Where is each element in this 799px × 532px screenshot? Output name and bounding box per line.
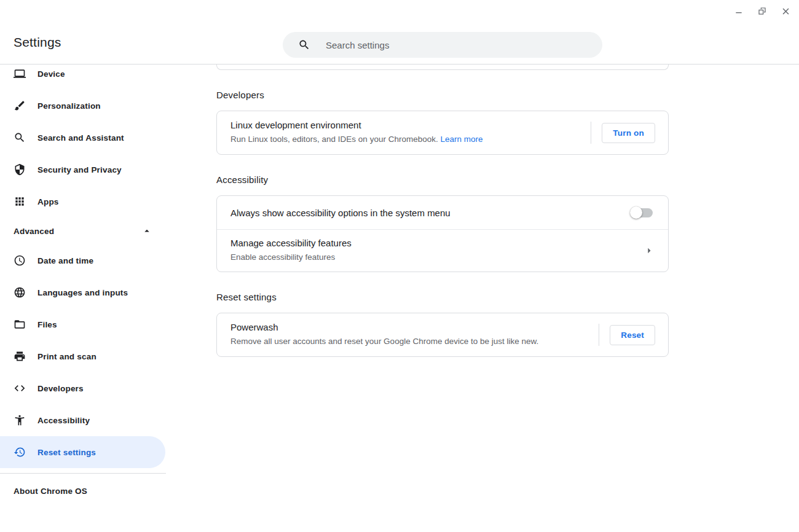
laptop-icon (14, 68, 26, 80)
developers-card: Linux development environment Run Linux … (216, 111, 669, 155)
linux-dev-description: Run Linux tools, editors, and IDEs on yo… (230, 135, 438, 144)
sidebar-item-search-assistant[interactable]: Search and Assistant (0, 122, 166, 154)
section-heading-reset-settings: Reset settings (216, 292, 669, 302)
turn-on-button[interactable]: Turn on (602, 123, 655, 143)
sidebar-item-security-privacy[interactable]: Security and Privacy (0, 154, 166, 186)
subpage-arrow-icon (643, 244, 655, 257)
folder-icon (14, 318, 26, 331)
reset-settings-card: Powerwash Remove all user accounts and r… (216, 313, 669, 357)
search-bar[interactable] (283, 32, 602, 58)
shield-icon (14, 163, 26, 176)
sidebar-item-label: Apps (37, 197, 59, 206)
accessibility-card: Always show accessibility options in the… (216, 195, 669, 272)
powerwash-title: Powerwash (230, 322, 599, 332)
page-title: Settings (14, 35, 61, 50)
row-separator (591, 122, 591, 144)
linux-dev-row: Linux development environment Run Linux … (217, 111, 668, 154)
chevron-up-icon (141, 225, 152, 237)
sidebar-item-label: Print and scan (37, 352, 96, 361)
code-icon (14, 382, 26, 394)
sidebar-item-about-chrome-os[interactable]: About Chrome OS (0, 474, 166, 508)
powerwash-description: Remove all user accounts and reset your … (230, 336, 599, 347)
manage-accessibility-title: Manage accessibility features (230, 238, 643, 248)
sidebar-item-label: Security and Privacy (37, 165, 122, 174)
brush-icon (14, 100, 26, 112)
learn-more-link[interactable]: Learn more (440, 135, 482, 144)
sidebar-item-label: Device (37, 69, 65, 79)
sidebar-item-personalization[interactable]: Personalization (0, 90, 166, 122)
sidebar-advanced-toggle[interactable]: Advanced (0, 217, 166, 244)
sidebar-item-label: Languages and inputs (37, 288, 128, 297)
row-separator (599, 324, 599, 346)
linux-dev-title: Linux development environment (230, 120, 591, 130)
sidebar-item-label: Personalization (37, 101, 101, 111)
header: Settings (0, 0, 799, 65)
sidebar-item-label: Reset settings (37, 448, 96, 457)
accessibility-icon (14, 414, 26, 426)
restore-window-button[interactable] (754, 2, 771, 20)
sidebar-item-label: Date and time (37, 256, 93, 265)
printer-icon (14, 350, 26, 362)
powerwash-row: Powerwash Remove all user accounts and r… (217, 313, 668, 356)
search-icon (14, 131, 26, 144)
sidebar-item-files[interactable]: Files (0, 308, 166, 340)
sidebar-item-label: Search and Assistant (37, 133, 124, 143)
scrolled-card-bottom (216, 65, 669, 70)
section-heading-developers: Developers (216, 90, 669, 100)
restore-icon (14, 446, 26, 458)
about-label: About Chrome OS (14, 487, 87, 496)
section-heading-accessibility: Accessibility (216, 174, 669, 185)
globe-icon (14, 286, 26, 299)
sidebar-item-label: Developers (37, 384, 84, 393)
sidebar-item-label: Accessibility (37, 416, 90, 425)
advanced-label: Advanced (14, 227, 54, 236)
sidebar: Device Personalization Search and Assist… (0, 65, 166, 532)
sidebar-item-accessibility[interactable]: Accessibility (0, 404, 166, 436)
always-show-accessibility-label: Always show accessibility options in the… (230, 208, 451, 218)
search-icon (298, 39, 310, 51)
manage-accessibility-row[interactable]: Manage accessibility features Enable acc… (217, 229, 668, 272)
restore-window-icon (757, 6, 767, 16)
sidebar-item-languages-inputs[interactable]: Languages and inputs (0, 276, 166, 308)
main-content: Developers Linux development environment… (166, 65, 799, 532)
manage-accessibility-subtitle: Enable accessibility features (230, 252, 643, 263)
window-controls (730, 2, 794, 20)
sidebar-item-date-time[interactable]: Date and time (0, 244, 166, 276)
reset-button[interactable]: Reset (610, 325, 655, 345)
close-button[interactable] (777, 2, 794, 20)
sidebar-item-device[interactable]: Device (0, 65, 166, 90)
toggle-knob (630, 206, 642, 219)
sidebar-item-reset-settings[interactable]: Reset settings (0, 436, 165, 468)
sidebar-item-label: Files (37, 320, 57, 329)
accessibility-options-toggle[interactable] (632, 208, 653, 217)
minimize-button[interactable] (730, 2, 747, 20)
sidebar-item-apps[interactable]: Apps (0, 186, 166, 217)
clock-icon (14, 254, 26, 267)
apps-grid-icon (14, 195, 26, 208)
minimize-icon (734, 6, 744, 16)
sidebar-item-print-scan[interactable]: Print and scan (0, 340, 166, 372)
close-icon (781, 6, 791, 17)
search-input[interactable] (326, 40, 572, 50)
always-show-accessibility-row: Always show accessibility options in the… (217, 196, 668, 229)
sidebar-item-developers[interactable]: Developers (0, 372, 166, 404)
